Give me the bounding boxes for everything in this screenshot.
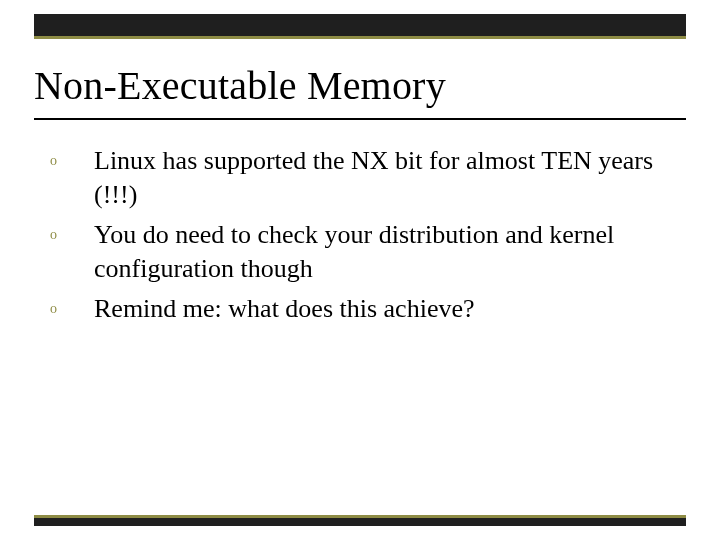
bullet-icon: o <box>46 218 94 252</box>
list-item: o Remind me: what does this achieve? <box>46 292 674 326</box>
bullet-icon: o <box>46 292 94 326</box>
bullet-text: Remind me: what does this achieve? <box>94 292 674 326</box>
title-underline <box>34 118 686 120</box>
slide-content: o Linux has supported the NX bit for alm… <box>46 144 674 332</box>
list-item: o You do need to check your distribution… <box>46 218 674 286</box>
bullet-text: You do need to check your distribution a… <box>94 218 674 286</box>
list-item: o Linux has supported the NX bit for alm… <box>46 144 674 212</box>
bullet-icon: o <box>46 144 94 178</box>
bullet-text: Linux has supported the NX bit for almos… <box>94 144 674 212</box>
bottom-dark-bar <box>34 518 686 526</box>
slide-title: Non-Executable Memory <box>34 62 686 109</box>
top-olive-line <box>34 36 686 39</box>
top-bar-decoration <box>34 14 686 36</box>
slide: Non-Executable Memory o Linux has suppor… <box>0 0 720 540</box>
